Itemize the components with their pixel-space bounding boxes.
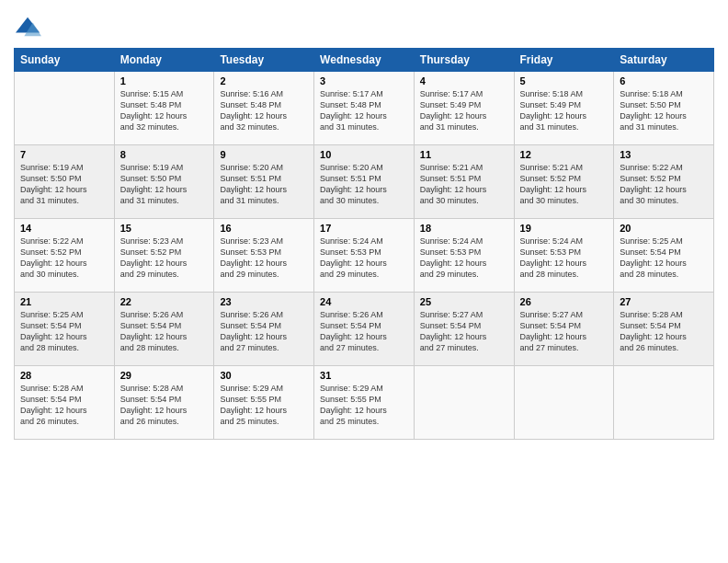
calendar-cell: 27Sunrise: 5:28 AM Sunset: 5:54 PM Dayli… [614, 293, 714, 366]
day-content: Sunrise: 5:28 AM Sunset: 5:54 PM Dayligh… [120, 383, 209, 428]
day-content: Sunrise: 5:18 AM Sunset: 5:49 PM Dayligh… [520, 88, 609, 133]
calendar-cell: 17Sunrise: 5:24 AM Sunset: 5:53 PM Dayli… [314, 219, 415, 293]
day-number: 11 [420, 149, 508, 160]
day-number: 31 [320, 370, 408, 381]
day-number: 29 [120, 370, 209, 381]
day-header-thursday: Thursday [414, 49, 514, 72]
day-content: Sunrise: 5:17 AM Sunset: 5:49 PM Dayligh… [420, 88, 508, 133]
calendar-cell: 20Sunrise: 5:25 AM Sunset: 5:54 PM Dayli… [614, 219, 714, 293]
week-row-5: 28Sunrise: 5:28 AM Sunset: 5:54 PM Dayli… [15, 366, 714, 440]
calendar-cell: 12Sunrise: 5:21 AM Sunset: 5:52 PM Dayli… [514, 145, 614, 219]
day-content: Sunrise: 5:21 AM Sunset: 5:52 PM Dayligh… [520, 162, 609, 207]
day-number: 6 [620, 75, 708, 86]
day-number: 8 [120, 149, 209, 160]
logo [14, 13, 41, 40]
day-number: 23 [220, 296, 308, 307]
calendar-cell: 30Sunrise: 5:29 AM Sunset: 5:55 PM Dayli… [214, 366, 314, 440]
day-content: Sunrise: 5:18 AM Sunset: 5:50 PM Dayligh… [620, 88, 708, 133]
calendar-cell [514, 366, 614, 440]
day-content: Sunrise: 5:27 AM Sunset: 5:54 PM Dayligh… [420, 309, 508, 354]
calendar-cell: 26Sunrise: 5:27 AM Sunset: 5:54 PM Dayli… [514, 293, 614, 366]
day-number: 15 [120, 223, 209, 234]
calendar-cell: 24Sunrise: 5:26 AM Sunset: 5:54 PM Dayli… [314, 293, 415, 366]
calendar-cell: 5Sunrise: 5:18 AM Sunset: 5:49 PM Daylig… [514, 72, 614, 145]
calendar-cell: 16Sunrise: 5:23 AM Sunset: 5:53 PM Dayli… [214, 219, 314, 293]
calendar-cell: 28Sunrise: 5:28 AM Sunset: 5:54 PM Dayli… [15, 366, 115, 440]
day-content: Sunrise: 5:24 AM Sunset: 5:53 PM Dayligh… [520, 236, 609, 281]
calendar-cell: 14Sunrise: 5:22 AM Sunset: 5:52 PM Dayli… [15, 219, 115, 293]
day-content: Sunrise: 5:15 AM Sunset: 5:48 PM Dayligh… [120, 88, 209, 133]
day-header-monday: Monday [114, 49, 214, 72]
day-number: 13 [620, 149, 708, 160]
calendar-cell: 4Sunrise: 5:17 AM Sunset: 5:49 PM Daylig… [414, 72, 514, 145]
day-content: Sunrise: 5:26 AM Sunset: 5:54 PM Dayligh… [320, 309, 408, 354]
calendar-cell: 6Sunrise: 5:18 AM Sunset: 5:50 PM Daylig… [614, 72, 714, 145]
day-content: Sunrise: 5:29 AM Sunset: 5:55 PM Dayligh… [220, 383, 308, 428]
day-number: 19 [520, 223, 609, 234]
day-number: 5 [520, 75, 609, 86]
day-number: 16 [220, 223, 308, 234]
day-content: Sunrise: 5:27 AM Sunset: 5:54 PM Dayligh… [520, 309, 609, 354]
calendar-cell: 29Sunrise: 5:28 AM Sunset: 5:54 PM Dayli… [114, 366, 214, 440]
calendar-cell: 2Sunrise: 5:16 AM Sunset: 5:48 PM Daylig… [214, 72, 314, 145]
day-number: 26 [520, 296, 609, 307]
calendar-cell: 18Sunrise: 5:24 AM Sunset: 5:53 PM Dayli… [414, 219, 514, 293]
day-number: 27 [620, 296, 708, 307]
day-content: Sunrise: 5:22 AM Sunset: 5:52 PM Dayligh… [20, 236, 108, 281]
day-number: 14 [20, 223, 108, 234]
day-header-saturday: Saturday [614, 49, 714, 72]
day-number: 21 [20, 296, 108, 307]
week-row-3: 14Sunrise: 5:22 AM Sunset: 5:52 PM Dayli… [15, 219, 714, 293]
day-number: 4 [420, 75, 508, 86]
day-content: Sunrise: 5:28 AM Sunset: 5:54 PM Dayligh… [20, 383, 108, 428]
calendar-cell: 31Sunrise: 5:29 AM Sunset: 5:55 PM Dayli… [314, 366, 415, 440]
calendar-cell: 13Sunrise: 5:22 AM Sunset: 5:52 PM Dayli… [614, 145, 714, 219]
day-number: 9 [220, 149, 308, 160]
day-content: Sunrise: 5:29 AM Sunset: 5:55 PM Dayligh… [320, 383, 408, 428]
calendar-cell: 1Sunrise: 5:15 AM Sunset: 5:48 PM Daylig… [114, 72, 214, 145]
calendar-cell: 10Sunrise: 5:20 AM Sunset: 5:51 PM Dayli… [314, 145, 415, 219]
day-number: 24 [320, 296, 408, 307]
day-content: Sunrise: 5:25 AM Sunset: 5:54 PM Dayligh… [620, 236, 708, 281]
day-content: Sunrise: 5:23 AM Sunset: 5:53 PM Dayligh… [220, 236, 308, 281]
calendar-cell: 9Sunrise: 5:20 AM Sunset: 5:51 PM Daylig… [214, 145, 314, 219]
day-content: Sunrise: 5:20 AM Sunset: 5:51 PM Dayligh… [220, 162, 308, 207]
calendar-cell: 19Sunrise: 5:24 AM Sunset: 5:53 PM Dayli… [514, 219, 614, 293]
day-content: Sunrise: 5:22 AM Sunset: 5:52 PM Dayligh… [620, 162, 708, 207]
day-content: Sunrise: 5:17 AM Sunset: 5:48 PM Dayligh… [320, 88, 408, 133]
calendar-cell: 25Sunrise: 5:27 AM Sunset: 5:54 PM Dayli… [414, 293, 514, 366]
page-container: SundayMondayTuesdayWednesdayThursdayFrid… [0, 0, 728, 563]
calendar-cell: 22Sunrise: 5:26 AM Sunset: 5:54 PM Dayli… [114, 293, 214, 366]
week-row-4: 21Sunrise: 5:25 AM Sunset: 5:54 PM Dayli… [15, 293, 714, 366]
day-number: 3 [320, 75, 408, 86]
day-header-wednesday: Wednesday [314, 49, 415, 72]
day-content: Sunrise: 5:23 AM Sunset: 5:52 PM Dayligh… [120, 236, 209, 281]
calendar-cell: 11Sunrise: 5:21 AM Sunset: 5:51 PM Dayli… [414, 145, 514, 219]
day-number: 22 [120, 296, 209, 307]
day-content: Sunrise: 5:26 AM Sunset: 5:54 PM Dayligh… [220, 309, 308, 354]
day-content: Sunrise: 5:20 AM Sunset: 5:51 PM Dayligh… [320, 162, 408, 207]
logo-icon [16, 15, 41, 40]
calendar-table: SundayMondayTuesdayWednesdayThursdayFrid… [14, 48, 714, 440]
day-number: 20 [620, 223, 708, 234]
calendar-cell: 15Sunrise: 5:23 AM Sunset: 5:52 PM Dayli… [114, 219, 214, 293]
week-row-2: 7Sunrise: 5:19 AM Sunset: 5:50 PM Daylig… [15, 145, 714, 219]
day-content: Sunrise: 5:24 AM Sunset: 5:53 PM Dayligh… [420, 236, 508, 281]
day-content: Sunrise: 5:19 AM Sunset: 5:50 PM Dayligh… [120, 162, 209, 207]
day-content: Sunrise: 5:28 AM Sunset: 5:54 PM Dayligh… [620, 309, 708, 354]
calendar-cell [414, 366, 514, 440]
day-header-friday: Friday [514, 49, 614, 72]
week-row-1: 1Sunrise: 5:15 AM Sunset: 5:48 PM Daylig… [15, 72, 714, 145]
day-number: 12 [520, 149, 609, 160]
day-number: 25 [420, 296, 508, 307]
header [14, 9, 714, 40]
day-number: 2 [220, 75, 308, 86]
day-content: Sunrise: 5:19 AM Sunset: 5:50 PM Dayligh… [20, 162, 108, 207]
calendar-cell: 21Sunrise: 5:25 AM Sunset: 5:54 PM Dayli… [15, 293, 115, 366]
days-header-row: SundayMondayTuesdayWednesdayThursdayFrid… [15, 49, 714, 72]
day-number: 18 [420, 223, 508, 234]
calendar-cell: 23Sunrise: 5:26 AM Sunset: 5:54 PM Dayli… [214, 293, 314, 366]
calendar-cell [15, 72, 115, 145]
day-content: Sunrise: 5:16 AM Sunset: 5:48 PM Dayligh… [220, 88, 308, 133]
day-content: Sunrise: 5:24 AM Sunset: 5:53 PM Dayligh… [320, 236, 408, 281]
